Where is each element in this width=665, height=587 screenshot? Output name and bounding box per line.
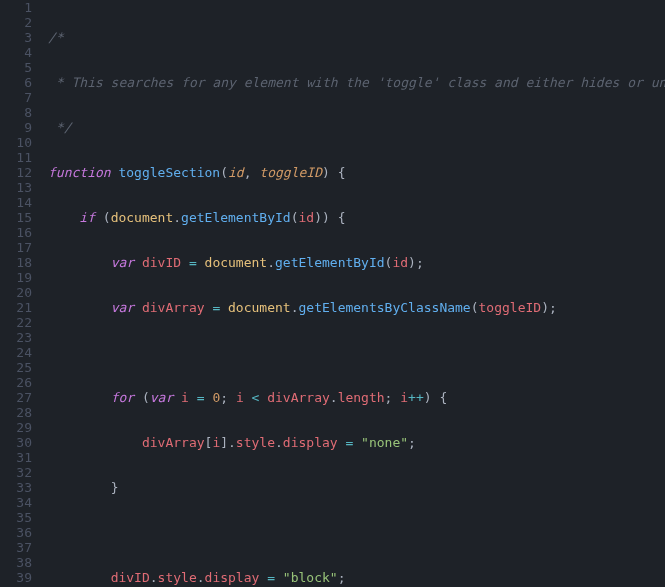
code-line[interactable] [48, 525, 665, 540]
code-line[interactable]: if (document.getElementById(id)) { [48, 210, 665, 225]
comment: * This searches for any element with the… [48, 75, 665, 90]
code-line[interactable]: */ [48, 120, 665, 135]
line-number: 25 [0, 360, 32, 375]
code-line[interactable]: var divArray = document.getElementsByCla… [48, 300, 665, 315]
line-number: 27 [0, 390, 32, 405]
line-number: 23 [0, 330, 32, 345]
keyword: var [150, 390, 173, 405]
line-number: 3 [0, 30, 32, 45]
line-number: 34 [0, 495, 32, 510]
identifier: document [205, 255, 268, 270]
code-line[interactable]: for (var i = 0; i < divArray.length; i++… [48, 390, 665, 405]
arg: id [392, 255, 408, 270]
line-number: 39 [0, 570, 32, 585]
code-line[interactable]: var divID = document.getElementById(id); [48, 255, 665, 270]
comment: /* [48, 30, 64, 45]
line-number: 5 [0, 60, 32, 75]
property: display [283, 435, 338, 450]
variable: i [181, 390, 189, 405]
identifier: document [111, 210, 174, 225]
method: getElementsByClassName [299, 300, 471, 315]
line-number: 24 [0, 345, 32, 360]
line-number: 32 [0, 465, 32, 480]
line-number: 33 [0, 480, 32, 495]
line-number: 15 [0, 210, 32, 225]
line-number: 7 [0, 90, 32, 105]
string: "block" [283, 570, 338, 585]
code-area[interactable]: /* * This searches for any element with … [40, 0, 665, 587]
code-line[interactable]: } [48, 480, 665, 495]
line-number: 17 [0, 240, 32, 255]
line-number: 37 [0, 540, 32, 555]
code-line[interactable]: divID.style.display = "block"; [48, 570, 665, 585]
line-number: 12 [0, 165, 32, 180]
variable: divArray [142, 300, 205, 315]
line-number: 13 [0, 180, 32, 195]
method: getElementById [275, 255, 385, 270]
method: getElementById [181, 210, 291, 225]
line-number: 31 [0, 450, 32, 465]
variable: divID [142, 255, 181, 270]
line-number: 10 [0, 135, 32, 150]
comment: */ [48, 120, 71, 135]
line-number: 16 [0, 225, 32, 240]
property: style [236, 435, 275, 450]
string: "none" [361, 435, 408, 450]
param: id [228, 165, 244, 180]
line-number: 36 [0, 525, 32, 540]
line-number: 2 [0, 15, 32, 30]
keyword: for [111, 390, 134, 405]
arg: id [298, 210, 314, 225]
line-number: 6 [0, 75, 32, 90]
line-number: 30 [0, 435, 32, 450]
keyword: var [111, 255, 134, 270]
line-number: 14 [0, 195, 32, 210]
code-line[interactable] [48, 345, 665, 360]
property: style [158, 570, 197, 585]
function-name: toggleSection [118, 165, 220, 180]
variable: divID [111, 570, 150, 585]
arg: toggleID [479, 300, 542, 315]
line-number: 35 [0, 510, 32, 525]
line-number: 18 [0, 255, 32, 270]
code-line[interactable]: * This searches for any element with the… [48, 75, 665, 90]
code-editor: 1 2 3 4 5 6 7 8 9 10 11 12 13 14 15 16 1… [0, 0, 665, 587]
line-number: 38 [0, 555, 32, 570]
variable: divArray [267, 390, 330, 405]
line-number: 4 [0, 45, 32, 60]
code-line[interactable]: /* [48, 30, 665, 45]
line-number: 20 [0, 285, 32, 300]
gutter: 1 2 3 4 5 6 7 8 9 10 11 12 13 14 15 16 1… [0, 0, 40, 587]
property: length [338, 390, 385, 405]
line-number: 29 [0, 420, 32, 435]
variable: divArray [142, 435, 205, 450]
line-number: 26 [0, 375, 32, 390]
property: display [205, 570, 260, 585]
keyword: function [48, 165, 111, 180]
code-line[interactable]: function toggleSection(id, toggleID) { [48, 165, 665, 180]
line-number: 19 [0, 270, 32, 285]
line-number: 8 [0, 105, 32, 120]
line-number: 22 [0, 315, 32, 330]
line-number: 1 [0, 0, 32, 15]
line-number: 21 [0, 300, 32, 315]
keyword: var [111, 300, 134, 315]
identifier: document [228, 300, 291, 315]
keyword: if [79, 210, 95, 225]
line-number: 11 [0, 150, 32, 165]
code-line[interactable]: divArray[i].style.display = "none"; [48, 435, 665, 450]
param: toggleID [259, 165, 322, 180]
line-number: 9 [0, 120, 32, 135]
line-number: 28 [0, 405, 32, 420]
